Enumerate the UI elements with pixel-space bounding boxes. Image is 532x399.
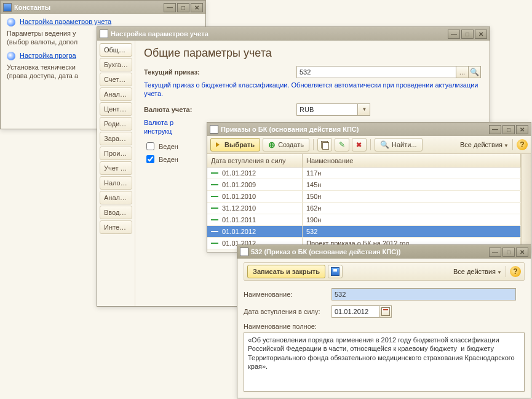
minimize-button[interactable]: ― — [164, 3, 176, 12]
find-button[interactable]: 🔍 Найти... — [375, 138, 423, 151]
copy-button[interactable] — [317, 138, 332, 151]
all-actions-menu[interactable]: Все действия▼ — [460, 141, 509, 148]
titlebar-settings[interactable]: Настройка параметров учета ― □ ✕ — [97, 27, 490, 41]
separator — [506, 266, 506, 277]
titlebar-order[interactable]: 532 (Приказ о БК (основание действия КПС… — [237, 245, 531, 259]
separator — [370, 139, 371, 150]
input-name[interactable] — [332, 288, 516, 300]
maximize-button[interactable]: □ — [502, 248, 515, 257]
menu-label: Все действия — [460, 141, 502, 148]
create-button[interactable]: ⊕ Создать — [263, 138, 309, 151]
close-button[interactable]: ✕ — [516, 125, 528, 134]
magnifier-icon: 🔍 — [380, 140, 389, 149]
input-currency[interactable] — [296, 103, 358, 116]
sidebar-item[interactable]: Заработная плата — [100, 132, 132, 145]
title-text: Настройка параметров учета — [111, 30, 445, 38]
link-program-settings[interactable]: Настройка програ — [20, 52, 76, 59]
desc-line: Установка технически — [7, 63, 76, 71]
calendar-button[interactable] — [379, 305, 392, 318]
row-status-icon — [211, 196, 218, 197]
hint-line: Валюта р — [144, 119, 173, 126]
sidebar-item[interactable]: Аналитический учет — [100, 87, 132, 101]
titlebar-constants[interactable]: Константы ― □ ✕ — [1, 1, 205, 14]
lookup-button[interactable]: … — [456, 66, 469, 78]
table-row[interactable]: 01.01.2012532 — [207, 226, 521, 238]
select-button[interactable]: Выбрать — [210, 138, 260, 151]
save-icon — [331, 267, 339, 276]
sidebar-item[interactable]: Родительская плата — [100, 117, 132, 131]
col-date-header[interactable]: Дата вступления в силу — [207, 154, 303, 167]
copy-icon — [321, 141, 328, 148]
window-order-form: 532 (Приказ о БК (основание действия КПС… — [237, 244, 531, 398]
chevron-down-icon: ▼ — [362, 107, 367, 112]
pencil-icon: ✎ — [339, 140, 345, 149]
titlebar-orders[interactable]: Приказы о БК (основания действия КПС) ― … — [207, 123, 531, 136]
sidebar-item[interactable]: Счета учета — [100, 73, 132, 86]
close-button[interactable]: ✕ — [475, 30, 487, 39]
form-icon — [100, 30, 108, 38]
dropdown-button[interactable]: ▼ — [358, 103, 370, 116]
label-currency: Валюта учета: — [144, 106, 292, 113]
save-close-button[interactable]: Записать и закрыть — [247, 265, 325, 278]
toolbar: Выбрать ⊕ Создать ✎ ✖ 🔍 Найти... Все дей… — [207, 136, 531, 154]
textarea-fullname[interactable] — [244, 332, 525, 392]
edit-button[interactable]: ✎ — [335, 138, 349, 151]
close-button[interactable]: ✕ — [191, 3, 203, 12]
desc-line: Параметры ведения у — [7, 30, 76, 37]
row-status-icon — [211, 172, 218, 174]
table-row[interactable]: 01.01.2012117н — [207, 167, 521, 179]
link-accounting-params[interactable]: Настройка параметров учета — [20, 18, 111, 25]
sidebar-item[interactable]: Общие настройки — [100, 43, 132, 57]
minimize-button[interactable]: ― — [489, 248, 501, 257]
row-status-icon — [211, 208, 218, 209]
delete-button[interactable]: ✖ — [352, 138, 367, 151]
table-row[interactable]: 01.01.2009145н — [207, 179, 521, 191]
scrollbar[interactable] — [521, 154, 531, 252]
label-fullname: Наименование полное: — [244, 323, 317, 330]
sidebar-item[interactable]: Производство — [100, 147, 132, 160]
table-row[interactable]: 31.12.2010162н — [207, 203, 521, 214]
select-arrow-icon — [216, 142, 220, 147]
checkbox-option-1[interactable] — [146, 142, 154, 150]
maximize-button[interactable]: □ — [461, 30, 474, 39]
sidebar-item[interactable]: Ввод ден. обязательств — [100, 206, 132, 219]
menu-label: Все действия — [453, 268, 496, 275]
checkbox-label: Веден — [159, 156, 178, 163]
chevron-down-icon: ▼ — [504, 143, 509, 148]
list-icon — [210, 125, 218, 134]
doc-icon — [240, 248, 248, 256]
table-row[interactable]: 01.01.2011190н — [207, 214, 521, 226]
input-current-order[interactable] — [296, 66, 456, 78]
minimize-button[interactable]: ― — [448, 30, 460, 39]
help-button[interactable]: ? — [510, 266, 521, 277]
minimize-button[interactable]: ― — [489, 125, 501, 134]
maximize-button[interactable]: □ — [177, 3, 189, 12]
sidebar-item[interactable]: Аналитика плана ФХД — [100, 191, 132, 204]
sidebar-item[interactable]: Налог на прибыль — [100, 176, 132, 190]
title-text: Приказы о БК (основания действия КПС) — [221, 126, 486, 133]
maximize-button[interactable]: □ — [502, 125, 515, 134]
hint-current-order: Текущий приказ о бюджетной классификации… — [144, 81, 481, 99]
sidebar-item[interactable]: Интеграция — [100, 220, 132, 234]
desc-line: (права доступа, дата а — [7, 72, 78, 79]
table-row[interactable]: 01.01.2010150н — [207, 191, 521, 203]
col-name-header[interactable]: Наименование — [303, 154, 521, 167]
window-orders-list: Приказы о БК (основания действия КПС) ― … — [207, 122, 531, 252]
checkbox-option-2[interactable] — [146, 155, 154, 163]
sidebar-item[interactable]: Центр. бухгалтерия — [100, 102, 132, 116]
open-button[interactable]: 🔍 — [469, 66, 481, 78]
help-button[interactable]: ? — [517, 139, 528, 150]
separator — [313, 139, 314, 150]
save-button[interactable] — [328, 265, 343, 278]
sidebar-item[interactable]: Бухгалтерская справка — [100, 58, 132, 71]
input-date[interactable] — [332, 305, 379, 318]
all-actions-menu[interactable]: Все действия▼ — [453, 268, 502, 275]
row-status-icon — [211, 219, 218, 220]
label-current-order: Текущий приказ: — [144, 68, 292, 76]
sidebar-item[interactable]: Учет на счете 208.00 — [100, 161, 132, 175]
gear-icon — [7, 18, 15, 26]
delete-icon: ✖ — [356, 141, 362, 149]
chevron-down-icon: ▼ — [497, 270, 502, 275]
close-button[interactable]: ✕ — [516, 248, 528, 257]
title-text: Константы — [14, 4, 161, 11]
